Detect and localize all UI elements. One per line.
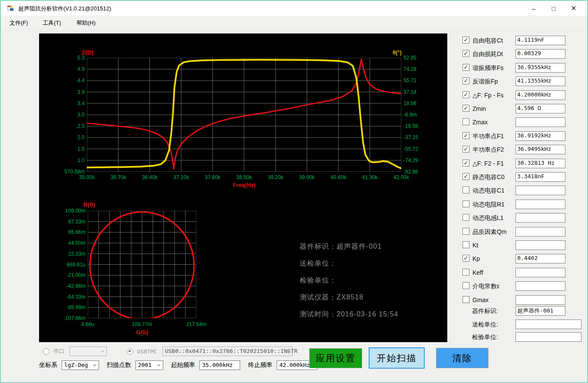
checkbox-df-fp-fs[interactable]: ✓ xyxy=(462,91,469,98)
id-fields: 器件标识: 超声器件-001 送检单位: 检验单位: xyxy=(462,306,587,345)
start-freq-label: 起始频率 xyxy=(171,361,195,368)
field-gmax[interactable] xyxy=(515,295,565,305)
label-fp: 反谐振Fp xyxy=(472,78,498,86)
result-row-c0: ✓静态电容C03.3418nF xyxy=(462,172,587,182)
field-f2[interactable]: 36.9495kHz xyxy=(515,145,565,154)
checkbox-r1[interactable] xyxy=(462,200,469,207)
field-l1[interactable] xyxy=(515,213,565,223)
checkbox-l1[interactable] xyxy=(462,214,469,221)
result-row-kp: ✓Kp0.4402 xyxy=(462,254,587,263)
field-kt[interactable] xyxy=(515,240,565,250)
serial-radio[interactable] xyxy=(43,348,50,355)
start-freq-input[interactable]: 35.000kHz xyxy=(199,360,240,370)
field-c0[interactable]: 3.3418nF xyxy=(515,172,565,182)
tick-label: 108.77m xyxy=(125,321,159,327)
checkbox-ct[interactable]: ✓ xyxy=(462,37,469,43)
label-df-fp-fs: △F: Fp - Fs xyxy=(472,92,503,99)
checkbox-kp[interactable]: ✓ xyxy=(462,255,469,262)
field-dt[interactable]: 0.00329 xyxy=(515,49,565,59)
start-scan-button[interactable]: 开始扫描 xyxy=(369,347,425,369)
menu-tools[interactable]: 工具(T) xyxy=(41,18,63,28)
checkbox-df-f2-f1[interactable]: ✓ xyxy=(462,160,469,167)
tick-label: 92.85 xyxy=(403,55,434,61)
field-fp[interactable]: 41.1355kHz xyxy=(515,77,565,86)
device-id-label: 器件标识: xyxy=(472,307,498,315)
field-df-fp-fs[interactable]: 4.20000kHz xyxy=(515,90,565,100)
menu-file[interactable]: 文件(F) xyxy=(8,18,30,28)
tick-label: 35.70k xyxy=(103,174,133,180)
inspect-unit-label: 检验单位: xyxy=(472,333,498,341)
result-row-f1: ✓半功率点F136.9192kHz xyxy=(462,131,587,141)
result-row-df-f2-f1: ✓△F: F2 - F130.32813 Hz xyxy=(462,159,587,168)
result-row-zmin: ✓Zmin4.596 Ω xyxy=(462,104,587,113)
result-row-zmax: Zmax xyxy=(462,117,587,127)
result-row-df-fp-fs: ✓△F: Fp - Fs4.20000kHz xyxy=(462,90,587,100)
field-c1[interactable] xyxy=(515,186,565,195)
checkbox-epsilon[interactable] xyxy=(462,282,469,289)
tick-label: -42.66m xyxy=(51,283,86,289)
info-time-label: 测试时间： xyxy=(300,310,337,318)
checkbox-c1[interactable] xyxy=(462,187,469,193)
checkbox-f2[interactable]: ✓ xyxy=(462,146,469,153)
label-zmax: Zmax xyxy=(472,119,488,126)
tick-label: 44.00m xyxy=(51,240,86,246)
result-row-fs: ✓谐振频率Fs36.9355kHz xyxy=(462,63,587,73)
field-keff[interactable] xyxy=(515,268,565,277)
tick-label: 55.71 xyxy=(403,77,434,83)
checkbox-f1[interactable]: ✓ xyxy=(462,132,469,139)
field-ct[interactable]: 4.1119nF xyxy=(515,36,565,45)
coord-system-label: 坐标系 xyxy=(39,361,57,368)
info-device-id-label: 器件标识： xyxy=(300,243,337,250)
label-gmax: Gmax xyxy=(472,296,489,303)
checkbox-zmax[interactable] xyxy=(462,118,469,125)
checkbox-zmin[interactable]: ✓ xyxy=(462,105,469,112)
close-button[interactable]: ✕ xyxy=(564,1,584,16)
serial-port-select[interactable] xyxy=(69,346,107,356)
tick-label: 36.40k xyxy=(135,174,165,180)
tick-label: 87.33m xyxy=(51,219,86,225)
label-l1: 动态电感L1 xyxy=(472,214,504,222)
inspect-unit-field[interactable] xyxy=(515,332,581,342)
menu-bar: 文件(F) 工具(T) 帮助(H) xyxy=(1,16,587,28)
serial-label: 串口 xyxy=(53,348,65,354)
coord-system-select[interactable]: lgZ-Deg xyxy=(62,360,99,370)
admittance-chart-svg xyxy=(88,211,196,318)
tick-label: 2.0 xyxy=(54,134,85,140)
checkbox-gmax[interactable] xyxy=(462,296,469,303)
field-zmax[interactable] xyxy=(515,117,565,127)
field-r1[interactable] xyxy=(515,200,565,209)
sweep-points-select[interactable]: 2001 xyxy=(135,360,163,370)
maximize-button[interactable]: □ xyxy=(544,1,564,16)
apply-settings-button[interactable]: 应用设置 xyxy=(309,348,362,368)
clear-button[interactable]: 清除 xyxy=(436,348,489,368)
usb-address-select[interactable]: USB0::0x0471::0x2786::T020215010::INSTR xyxy=(162,346,293,356)
field-epsilon[interactable] xyxy=(515,281,565,291)
checkbox-kt[interactable] xyxy=(462,241,469,248)
field-zmin[interactable]: 4.596 Ω xyxy=(515,104,565,113)
label-qm: 品质因素Qm xyxy=(472,228,507,236)
result-row-c1: 动态电容C1 xyxy=(462,186,587,195)
tick-label: 109.00m xyxy=(51,208,86,214)
tick-label: 3.4 xyxy=(54,100,85,107)
field-fs[interactable]: 36.9355kHz xyxy=(515,63,565,73)
impedance-chart-svg xyxy=(87,58,401,172)
field-qm[interactable] xyxy=(515,227,565,236)
field-kp[interactable]: 0.4402 xyxy=(515,254,565,263)
device-id-field[interactable]: 超声器件-001 xyxy=(515,306,565,316)
menu-help[interactable]: 帮助(H) xyxy=(75,18,97,28)
tick-label: 570.58m xyxy=(54,169,85,175)
minimize-button[interactable]: – xyxy=(524,1,544,16)
tick-label: 41.30k xyxy=(355,174,385,180)
checkbox-fp[interactable]: ✓ xyxy=(462,77,469,84)
checkbox-c0[interactable]: ✓ xyxy=(462,173,469,180)
checkbox-dt[interactable]: ✓ xyxy=(462,50,469,57)
checkbox-keff[interactable] xyxy=(462,269,469,276)
field-f1[interactable]: 36.9192kHz xyxy=(515,131,565,141)
sender-unit-field[interactable] xyxy=(515,320,581,329)
checkbox-fs[interactable]: ✓ xyxy=(462,64,469,71)
usbtmc-radio[interactable] xyxy=(127,348,133,355)
tick-label: 3.9 xyxy=(54,89,85,95)
checkbox-qm[interactable] xyxy=(462,228,469,235)
tick-label: -21.00m xyxy=(51,272,86,278)
field-df-f2-f1[interactable]: 30.32813 Hz xyxy=(515,159,565,168)
